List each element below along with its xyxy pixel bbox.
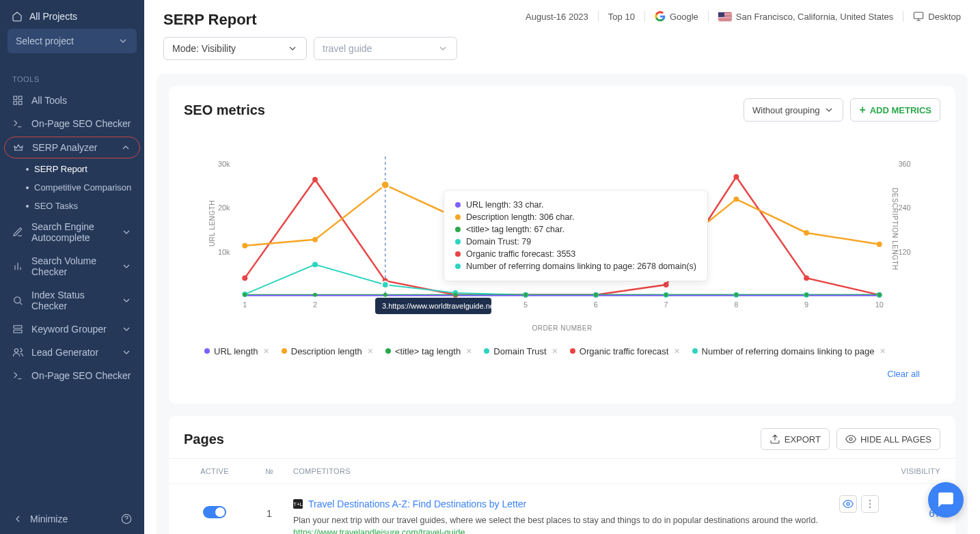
svg-rect-0 [14, 96, 17, 100]
sidebar-sub-competitive[interactable]: Competitive Comparison [26, 178, 144, 197]
legend-item[interactable]: Domain Trust× [484, 346, 558, 356]
svg-point-47 [243, 293, 247, 297]
eye-icon [845, 434, 856, 445]
legend-item[interactable]: <title> tag length× [385, 346, 472, 356]
tools-section-label: TOOLS [0, 61, 144, 89]
y-axis-left-label: URL LENGTH [208, 200, 216, 247]
hide-all-pages-button[interactable]: HIDE ALL PAGES [836, 428, 940, 450]
sidebar-item-label: Index Status Checker [31, 290, 113, 311]
sidebar-sub-serp-report[interactable]: SERP Report [26, 160, 144, 178]
svg-rect-9 [914, 12, 923, 18]
chart-tooltip: URL length: 33 char. Description length:… [444, 190, 708, 281]
pages-table-header: ACTIVE № COMPETITORS VISIBILITY [169, 458, 955, 484]
page-title: SERP Report [163, 11, 257, 29]
sidebar-item-index-status[interactable]: Index Status Checker [0, 283, 144, 318]
chart-legend: URL length× Description length× <title> … [184, 339, 940, 391]
all-projects-link[interactable]: All Projects [8, 8, 137, 29]
terminal-icon [12, 370, 23, 381]
close-icon[interactable]: × [880, 346, 885, 356]
legend-item[interactable]: URL length× [204, 346, 269, 356]
svg-point-18 [312, 177, 318, 182]
active-toggle[interactable] [203, 506, 226, 518]
keyword-dropdown[interactable]: travel guide [314, 37, 457, 60]
sidebar-item-onpage-seo[interactable]: On-Page SEO Checker [0, 112, 144, 135]
chevron-down-icon [121, 324, 132, 335]
col-competitors: COMPETITORS [293, 467, 879, 475]
svg-text:6: 6 [594, 300, 598, 309]
sidebar-item-search-volume[interactable]: Search Volume Checker [0, 249, 144, 283]
view-button[interactable] [839, 495, 857, 513]
legend-item[interactable]: Description length× [282, 346, 373, 356]
sidebar-item-label: Keyword Grouper [31, 324, 107, 335]
sidebar-item-autocomplete[interactable]: Search Engine Autocomplete [0, 215, 144, 249]
sidebar-sub-seo-tasks[interactable]: SEO Tasks [26, 197, 144, 215]
svg-text:8: 8 [734, 300, 738, 309]
chart-point-label: 3.https://www.worldtravelguide.net/ [375, 298, 491, 314]
sidebar-item-label: Search Engine Autocomplete [31, 221, 113, 243]
minimize-button[interactable]: Minimize [12, 514, 68, 524]
svg-text:5: 5 [523, 300, 528, 309]
svg-point-71 [869, 507, 871, 508]
pages-title: Pages [184, 432, 224, 447]
sidebar: All Projects Select project TOOLS All To… [0, 0, 144, 534]
close-icon[interactable]: × [466, 346, 472, 356]
svg-text:10k: 10k [218, 248, 230, 256]
sidebar-item-keyword-grouper[interactable]: Keyword Grouper [0, 318, 144, 341]
competitor-description: Plan your next trip with our travel guid… [293, 516, 879, 525]
close-icon[interactable]: × [552, 346, 558, 356]
clear-all-link[interactable]: Clear all [887, 369, 920, 379]
mode-dropdown[interactable]: Mode: Visibility [163, 37, 307, 60]
row-number: 1 [245, 495, 293, 519]
sidebar-item-lead-generator[interactable]: Lead Generator [0, 341, 144, 364]
svg-text:9: 9 [804, 300, 808, 309]
competitor-title-link[interactable]: Travel Destinations A-Z: Find Destinatio… [308, 498, 526, 509]
svg-rect-1 [18, 96, 22, 100]
upload-icon [770, 434, 780, 445]
svg-point-23 [664, 282, 669, 287]
svg-rect-5 [14, 326, 22, 328]
sidebar-item-label: On-Page SEO Checker [31, 370, 131, 381]
close-icon[interactable]: × [674, 346, 679, 356]
close-icon[interactable]: × [264, 346, 269, 356]
svg-rect-6 [14, 330, 22, 333]
svg-point-29 [381, 181, 390, 189]
svg-text:360: 360 [898, 160, 910, 168]
chat-icon [937, 491, 955, 509]
project-select[interactable]: Select project [8, 29, 137, 53]
sidebar-item-onpage-seo-2[interactable]: On-Page SEO Checker [0, 364, 144, 387]
svg-point-38 [312, 262, 318, 267]
project-select-placeholder: Select project [16, 36, 74, 46]
chevron-left-icon [12, 514, 23, 524]
svg-point-56 [877, 293, 882, 297]
more-button[interactable] [861, 495, 879, 513]
svg-text:2: 2 [313, 300, 317, 309]
sidebar-item-serp-analyzer[interactable]: SERP Analyzer [4, 137, 140, 158]
svg-text:7: 7 [664, 300, 668, 309]
chat-fab[interactable] [928, 482, 964, 518]
svg-point-70 [869, 503, 871, 505]
add-metrics-button[interactable]: + ADD METRICS [850, 98, 940, 122]
chevron-down-icon [121, 227, 132, 238]
sidebar-item-label: All Tools [31, 95, 67, 106]
sidebar-item-label: On-Page SEO Checker [31, 118, 131, 129]
col-active: ACTIVE [184, 467, 245, 475]
svg-point-52 [594, 293, 598, 297]
help-icon[interactable] [121, 514, 132, 524]
svg-point-17 [242, 275, 247, 281]
export-button[interactable]: EXPORT [761, 428, 830, 450]
context-device: Desktop [913, 11, 961, 22]
svg-point-34 [733, 197, 739, 202]
grouping-dropdown[interactable]: Without grouping [744, 98, 843, 122]
table-row: 1 T+L Travel Destinations A-Z: Find Dest… [169, 484, 955, 534]
context-top: Top 10 [608, 12, 635, 22]
chevron-down-icon [121, 261, 132, 272]
competitor-url[interactable]: https://www.travelandleisure.com/travel-… [293, 528, 879, 534]
close-icon[interactable]: × [368, 346, 373, 356]
terminal-icon [12, 118, 23, 129]
sidebar-item-all-tools[interactable]: All Tools [0, 89, 144, 112]
legend-item[interactable]: Organic traffic forecast× [570, 346, 680, 356]
svg-point-28 [312, 237, 318, 242]
legend-item[interactable]: Number of referring domains linking to p… [692, 346, 886, 356]
chevron-up-icon [120, 142, 131, 153]
sidebar-item-label: Lead Generator [31, 347, 98, 358]
